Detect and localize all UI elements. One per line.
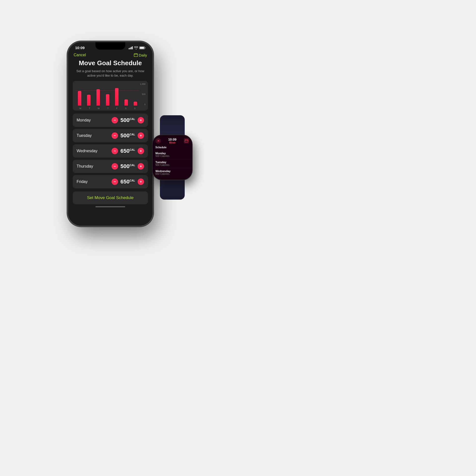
calendar-icon xyxy=(134,53,138,57)
bar-group-t1 xyxy=(85,83,93,106)
scene: 10:09 xyxy=(15,22,253,245)
svg-rect-0 xyxy=(129,48,129,49)
status-time: 10:09 xyxy=(75,46,85,50)
calorie-control-wednesday: − 650CAL + xyxy=(112,148,144,154)
bar-group-m xyxy=(76,83,84,106)
signal-icon xyxy=(129,46,133,49)
calorie-value-friday: 650CAL xyxy=(120,178,135,185)
svg-rect-14 xyxy=(187,139,188,140)
watch-tuesday-calories: 500 Calories xyxy=(155,164,189,166)
minus-friday[interactable]: − xyxy=(112,178,118,185)
day-row-monday: Monday − 500CAL + xyxy=(73,114,148,127)
watch-day-wednesday: Wednesday 650 Calories xyxy=(152,168,192,177)
svg-rect-13 xyxy=(185,139,186,140)
bar-group-s1 xyxy=(122,83,130,106)
plus-tuesday[interactable]: + xyxy=(138,132,144,139)
svg-rect-6 xyxy=(140,47,144,49)
day-row-tuesday: Tuesday − 500CAL + xyxy=(73,129,148,142)
watch-schedule-label: Schedule xyxy=(152,146,192,150)
x-label-w: W xyxy=(98,107,100,110)
minus-tuesday[interactable]: − xyxy=(112,132,118,139)
day-name-tuesday: Tuesday xyxy=(77,133,92,138)
watch-close-button[interactable]: ✕ xyxy=(155,138,161,144)
bar-w xyxy=(96,89,100,106)
watch-monday-calories: 500 Calories xyxy=(155,155,189,157)
watch-title: Move xyxy=(168,141,176,144)
calorie-value-wednesday: 650CAL xyxy=(120,148,135,154)
calorie-value-tuesday: 500CAL xyxy=(120,132,135,139)
watch-day-tuesday: Tuesday 500 Calories xyxy=(152,159,192,168)
calorie-unit-tuesday: CAL xyxy=(129,133,135,136)
calorie-unit-thursday: CAL xyxy=(129,164,135,167)
bar-s1 xyxy=(124,99,128,106)
bar-s2 xyxy=(134,102,137,106)
minus-monday[interactable]: − xyxy=(112,117,118,123)
set-goal-button[interactable]: Set Move Goal Schedule xyxy=(73,191,148,204)
watch-monday-name: Monday xyxy=(155,152,189,155)
iphone: 10:09 xyxy=(68,42,152,226)
bar-group-t2 xyxy=(104,83,112,106)
plus-wednesday[interactable]: + xyxy=(138,148,144,154)
main-title: Move Goal Schedule xyxy=(73,59,148,67)
y-label-1000: 1,000 xyxy=(140,83,146,85)
minus-thursday[interactable]: − xyxy=(112,163,118,170)
svg-rect-9 xyxy=(136,53,137,54)
watch-band-bottom xyxy=(160,180,185,200)
calendar-small-icon xyxy=(185,139,188,142)
home-indicator xyxy=(95,206,125,207)
calorie-control-monday: − 500CAL + xyxy=(112,117,144,123)
bar-m xyxy=(78,91,81,106)
wifi-icon xyxy=(134,46,138,49)
watch-body: ✕ 10:09 Move Schedu xyxy=(152,135,192,180)
bar-t1 xyxy=(87,95,90,106)
minus-wednesday[interactable]: − xyxy=(112,148,118,154)
calorie-unit-monday: CAL xyxy=(129,118,135,120)
svg-rect-3 xyxy=(132,46,133,49)
chart-area xyxy=(76,83,139,106)
nav-bar: Cancel Daily xyxy=(68,52,152,59)
watch-title-area: 10:09 Move xyxy=(168,138,176,144)
calorie-control-friday: − 650CAL + xyxy=(112,178,144,185)
bar-t2 xyxy=(106,94,109,106)
daily-label: Daily xyxy=(139,53,147,57)
calorie-control-tuesday: − 500CAL + xyxy=(112,132,144,139)
subtitle: Set a goal based on how active you are, … xyxy=(73,69,148,78)
svg-rect-11 xyxy=(185,140,188,142)
x-label-s2: S xyxy=(134,107,136,110)
apple-watch: ✕ 10:09 Move Schedu xyxy=(145,115,200,182)
x-label-t1: T xyxy=(89,107,90,110)
watch-band-top xyxy=(160,115,185,135)
watch-wednesday-name: Wednesday xyxy=(155,170,189,173)
daily-button[interactable]: Daily xyxy=(134,53,147,57)
watch-screen: ✕ 10:09 Move Schedu xyxy=(152,135,192,180)
day-name-monday: Monday xyxy=(77,118,91,122)
calorie-value-thursday: 500CAL xyxy=(120,163,135,170)
x-label-s1: S xyxy=(125,107,126,110)
svg-rect-8 xyxy=(135,53,135,54)
status-icons xyxy=(129,46,146,49)
plus-monday[interactable]: + xyxy=(138,117,144,123)
watch-day-monday: Monday 500 Calories xyxy=(152,150,192,159)
day-row-friday: Friday − 650CAL + xyxy=(73,175,148,188)
watch-calendar-icon[interactable] xyxy=(184,138,189,144)
bar-group-f xyxy=(113,83,121,106)
calorie-unit-wednesday: CAL xyxy=(129,148,135,151)
calorie-value-monday: 500CAL xyxy=(120,117,135,123)
watch-time: 10:09 xyxy=(168,138,176,141)
calorie-control-thursday: − 500CAL + xyxy=(112,163,144,170)
svg-rect-1 xyxy=(130,48,131,49)
y-label-0: 0 xyxy=(144,103,146,106)
watch-wednesday-calories: 650 Calories xyxy=(155,173,189,175)
day-name-friday: Friday xyxy=(77,179,88,184)
day-row-wednesday: Wednesday − 650CAL + xyxy=(73,144,148,158)
x-label-t2: T xyxy=(107,107,109,110)
cancel-button[interactable]: Cancel xyxy=(74,53,86,57)
plus-friday[interactable]: + xyxy=(138,178,144,185)
chart-x-labels: M T W T F S S xyxy=(76,107,139,110)
chart-y-labels: 1,000 500 0 xyxy=(140,83,146,106)
iphone-screen: 10:09 xyxy=(68,42,152,226)
plus-thursday[interactable]: + xyxy=(138,163,144,170)
bar-group-s2 xyxy=(131,83,139,106)
day-name-wednesday: Wednesday xyxy=(77,149,97,153)
watch-header: ✕ 10:09 Move xyxy=(152,135,192,146)
